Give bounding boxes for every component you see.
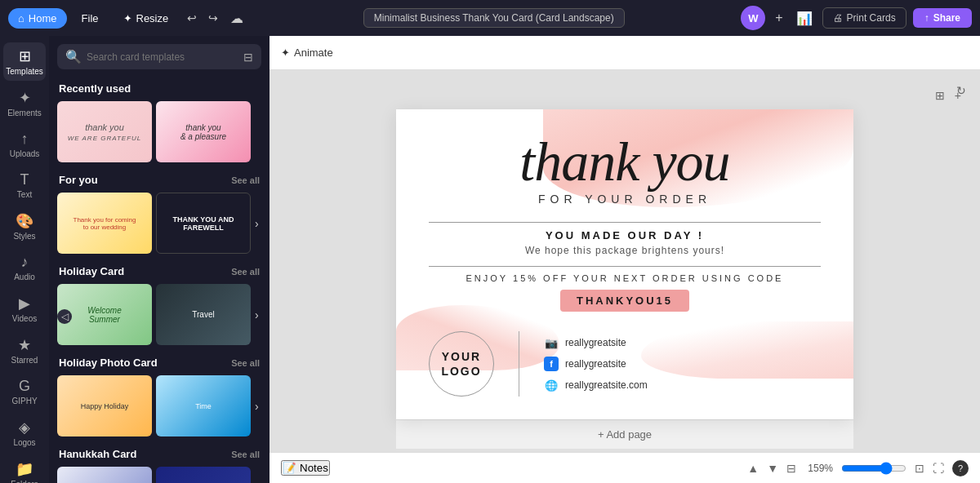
styles-icon: 🎨 <box>16 212 33 230</box>
logo-circle[interactable]: YOUR LOGO <box>429 331 494 397</box>
sidebar-starred-label: Starred <box>11 356 38 365</box>
sidebar-audio-label: Audio <box>14 273 35 281</box>
website-icon: 🌐 <box>544 378 559 392</box>
add-page-label: + Add page <box>598 428 652 441</box>
social-row-instagram[interactable]: 📷 reallygreatsite <box>544 335 648 350</box>
sidebar-item-giphy[interactable]: G GIPHY <box>3 373 46 410</box>
logos-icon: ◈ <box>19 419 30 436</box>
enjoy-text[interactable]: ENJOY 15% OFF YOUR NEXT ORDER USING CODE <box>429 273 821 283</box>
social-row-facebook[interactable]: f reallygreatsite <box>544 357 648 371</box>
page-down-button[interactable]: ▼ <box>767 462 778 475</box>
sidebar-styles-label: Styles <box>13 232 35 241</box>
template-card[interactable]: thank youWE ARE GRATEFUL <box>57 101 152 162</box>
tab-file[interactable]: File <box>72 8 109 29</box>
sidebar-item-elements[interactable]: ✦ Elements <box>3 84 46 122</box>
undo-button[interactable]: ↩ <box>183 9 201 27</box>
tab-file-label: File <box>82 12 99 24</box>
grid-toggle-button[interactable]: ⊟ <box>786 462 796 475</box>
holiday-photo-card-see-all[interactable]: See all <box>231 358 260 368</box>
recently-used-grid: thank youWE ARE GRATEFUL thank you& a pl… <box>49 98 270 169</box>
bottom-section: YOUR LOGO 📷 reallygreatsite f <box>429 331 821 397</box>
template-card[interactable]: THANK YOU ANDFAREWELL <box>156 193 251 254</box>
add-collaborator-button[interactable]: + <box>772 7 786 29</box>
template-card[interactable]: Happy Holiday <box>57 375 152 436</box>
card-content: thank you FOR YOUR ORDER YOU MADE OUR DA… <box>396 109 853 419</box>
sidebar-item-templates[interactable]: ⊞ Templates <box>3 42 46 81</box>
audio-icon: ♪ <box>21 254 29 271</box>
canvas-viewport[interactable]: ⊞ + ↻ thank you FOR YOUR ORDER YOU MADE … <box>270 70 980 452</box>
sidebar-item-text[interactable]: T Text <box>3 166 46 204</box>
elements-icon: ✦ <box>19 89 31 107</box>
template-card[interactable]: Happy Hanukkah <box>57 467 152 483</box>
for-you-header: For you See all <box>49 169 270 189</box>
zoom-value: 159% <box>804 463 833 474</box>
print-label: Print Cards <box>847 12 896 24</box>
template-card[interactable]: Time <box>156 375 251 436</box>
logo-line2: LOGO <box>441 365 481 378</box>
for-you-see-all[interactable]: See all <box>231 175 260 185</box>
notes-icon: 📝 <box>283 462 296 474</box>
sidebar-giphy-label: GIPHY <box>11 397 37 405</box>
tab-home[interactable]: ⌂ Home <box>8 8 67 29</box>
for-your-order-text[interactable]: FOR YOUR ORDER <box>429 193 821 206</box>
notes-button[interactable]: 📝 Notes <box>281 460 330 476</box>
page-up-button[interactable]: ▲ <box>747 462 759 475</box>
redo-button[interactable]: ↪ <box>204 9 222 27</box>
doc-title[interactable]: Minimalist Business Thank You Card (Card… <box>363 8 625 28</box>
avatar[interactable]: W <box>741 6 765 30</box>
package-text[interactable]: We hope this package brightens yours! <box>429 245 821 256</box>
template-card[interactable]: thank you& a pleasure <box>156 101 251 162</box>
stats-button[interactable]: 📊 <box>793 7 816 29</box>
search-bar: 🔍 ⊟ <box>57 44 261 69</box>
notes-label: Notes <box>300 462 328 474</box>
fullscreen-button[interactable]: ⛶ <box>933 462 944 475</box>
card[interactable]: thank you FOR YOUR ORDER YOU MADE OUR DA… <box>396 109 853 419</box>
print-cards-button[interactable]: 🖨 Print Cards <box>822 7 906 29</box>
sidebar-item-audio[interactable]: ♪ Audio <box>3 249 46 286</box>
sidebar-item-folders[interactable]: 📁 Folders <box>3 455 46 483</box>
sidebar-uploads-label: Uploads <box>10 149 40 158</box>
holiday-card-see-all[interactable]: See all <box>231 267 260 277</box>
logo-line1: YOUR <box>442 350 481 363</box>
share-button[interactable]: ↑ Share <box>913 8 972 28</box>
sidebar-item-logos[interactable]: ◈ Logos <box>3 414 46 452</box>
hanukkah-card-see-all[interactable]: See all <box>231 450 260 459</box>
thank-you-text[interactable]: thank you <box>429 134 821 189</box>
sidebar-item-uploads[interactable]: ↑ Uploads <box>3 126 46 163</box>
videos-icon: ▶ <box>19 295 30 312</box>
sidebar-text-label: Text <box>17 190 32 199</box>
scroll-right-button[interactable]: › <box>255 193 259 254</box>
template-card[interactable]: HappyHanukkah <box>156 467 251 483</box>
scroll-right-button-3[interactable]: › <box>255 375 259 436</box>
facebook-handle: reallygreatsite <box>565 358 626 370</box>
sidebar-item-videos[interactable]: ▶ Videos <box>3 290 46 328</box>
grid-view-button[interactable]: ⊞ <box>933 86 947 104</box>
canvas-toolbar: ✦ Animate <box>270 36 980 70</box>
promo-code[interactable]: THANKYOU15 <box>560 290 689 312</box>
tab-resize[interactable]: ✦ Resize <box>114 8 179 29</box>
filter-icon[interactable]: ⊟ <box>243 51 253 64</box>
facebook-icon: f <box>544 357 559 371</box>
fit-page-button[interactable]: ⊡ <box>915 462 924 475</box>
scroll-right-button-4[interactable]: › <box>255 467 259 483</box>
sidebar-item-starred[interactable]: ★ Starred <box>3 331 46 370</box>
search-input[interactable] <box>87 51 238 63</box>
you-made-our-day-text[interactable]: YOU MADE OUR DAY ! <box>429 229 821 242</box>
refresh-button[interactable]: ↻ <box>954 82 969 100</box>
scroll-right-button-2[interactable]: › <box>255 284 259 345</box>
giphy-icon: G <box>19 378 30 395</box>
cloud-button[interactable]: ☁ <box>227 7 247 29</box>
sidebar-item-styles[interactable]: 🎨 Styles <box>3 207 46 246</box>
sidebar-templates-label: Templates <box>6 67 43 76</box>
tab-home-label: Home <box>29 12 57 24</box>
add-page-bar[interactable]: + Add page <box>396 419 853 449</box>
collapse-panel-button[interactable]: ◁ <box>57 309 72 324</box>
hanukkah-card-title: Hanukkah Card <box>59 448 136 460</box>
help-button[interactable]: ? <box>952 460 969 476</box>
printer-icon: 🖨 <box>833 12 843 24</box>
animate-button[interactable]: ✦ Animate <box>281 47 333 59</box>
zoom-slider[interactable] <box>841 462 906 475</box>
template-card[interactable]: Travel <box>156 284 251 345</box>
template-card[interactable]: Thank you for comingto our wedding <box>57 193 152 254</box>
social-row-website[interactable]: 🌐 reallygreatsite.com <box>544 378 648 392</box>
